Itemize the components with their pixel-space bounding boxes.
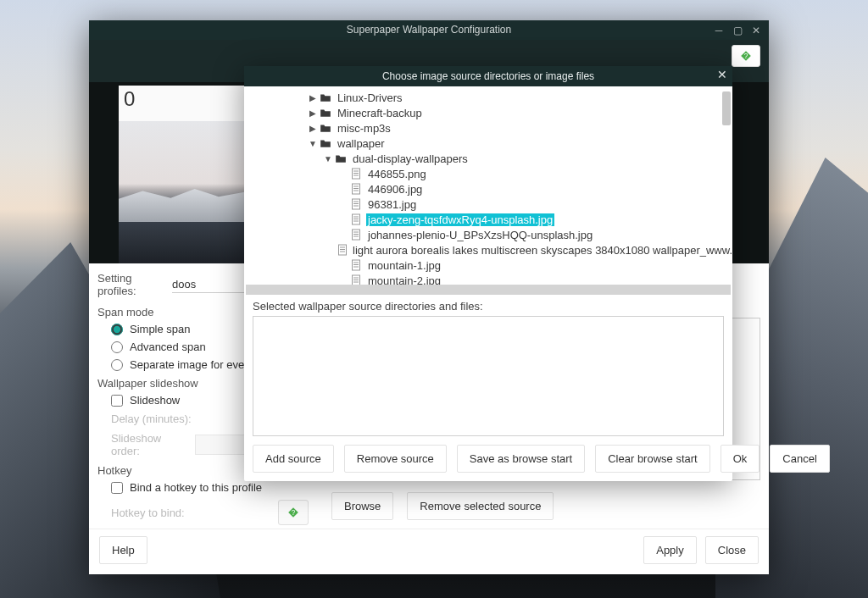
tree-row[interactable]: ▶misc-mp3s bbox=[244, 120, 732, 136]
tree-item-name: mountain-1.jpg bbox=[366, 259, 442, 272]
profiles-label: Setting profiles: bbox=[97, 272, 172, 297]
tree-item-name: mountain-2.jpg bbox=[366, 274, 442, 285]
tree-item-name: light aurora borealis lakes multiscreen … bbox=[351, 244, 732, 257]
hotkey-checkbox[interactable]: Bind a hotkey to this profile bbox=[97, 479, 314, 496]
span-separate-radio-input[interactable] bbox=[111, 359, 123, 371]
footer-bar: Help Apply Close bbox=[89, 529, 769, 574]
span-advanced-radio-input[interactable] bbox=[111, 341, 123, 353]
file-icon bbox=[349, 229, 363, 241]
tree-item-name: dual-display-wallpapers bbox=[351, 152, 470, 165]
folder-icon bbox=[319, 91, 332, 103]
tree-row[interactable]: jacky-zeng-tqsfdwxRyq4-unsplash.jpg bbox=[244, 212, 732, 227]
tree-row[interactable]: ▶Linux-Drivers bbox=[244, 90, 732, 105]
tree-item-name: Linux-Drivers bbox=[336, 91, 404, 104]
file-icon bbox=[349, 198, 363, 210]
browse-button[interactable]: Browse bbox=[331, 492, 393, 520]
help-button[interactable]: Help bbox=[99, 536, 147, 564]
folder-icon bbox=[319, 122, 332, 134]
svg-text:?: ? bbox=[744, 52, 748, 59]
tree-row[interactable]: 446906.jpg bbox=[244, 181, 732, 197]
ok-button[interactable]: Ok bbox=[721, 445, 760, 473]
tree-row[interactable]: mountain-1.jpg bbox=[244, 257, 732, 273]
chevron-right-icon[interactable]: ▶ bbox=[307, 108, 319, 118]
slideshow-order-label: Slideshow order: bbox=[111, 432, 188, 457]
tree-row[interactable]: johannes-plenio-U_BPsXzsHQQ-unsplash.jpg bbox=[244, 227, 732, 242]
close-window-button[interactable]: ✕ bbox=[747, 20, 765, 41]
clear-browse-start-button[interactable]: Clear browse start bbox=[595, 445, 709, 473]
help-icon-button[interactable]: ? bbox=[732, 45, 760, 67]
tree-row[interactable]: ▼wallpaper bbox=[244, 136, 732, 151]
svg-text:?: ? bbox=[291, 509, 295, 517]
question-diamond-icon: ? bbox=[287, 507, 299, 518]
file-icon bbox=[337, 244, 348, 256]
window-buttons: ─ ▢ ✕ bbox=[709, 20, 765, 41]
dialog-title: Choose image source directories or image… bbox=[382, 70, 594, 82]
window-title: Superpaper Wallpaper Configuration bbox=[347, 24, 511, 36]
tree-item-name: wallpaper bbox=[336, 137, 387, 150]
file-icon bbox=[349, 168, 363, 180]
chevron-right-icon[interactable]: ▶ bbox=[307, 124, 319, 133]
slideshow-checkbox-input[interactable] bbox=[111, 395, 123, 407]
folder-icon bbox=[319, 107, 332, 119]
remove-source-button[interactable]: Remove source bbox=[344, 445, 447, 473]
tree-item-name: 446855.png bbox=[366, 168, 428, 180]
slideshow-checkbox-label: Slideshow bbox=[130, 394, 180, 407]
span-simple-label: Simple span bbox=[130, 323, 191, 335]
hotkey-bind-label: Hotkey to bind: bbox=[111, 507, 185, 519]
file-icon bbox=[349, 259, 363, 271]
folder-icon bbox=[319, 137, 332, 149]
file-icon bbox=[349, 274, 363, 285]
chevron-down-icon[interactable]: ▼ bbox=[322, 154, 334, 163]
tree-row[interactable]: light aurora borealis lakes multiscreen … bbox=[244, 242, 732, 257]
file-tree[interactable]: ▶Linux-Drivers▶Minecraft-backup▶misc-mp3… bbox=[244, 86, 732, 285]
tree-item-name: 446906.jpg bbox=[366, 183, 424, 196]
choose-image-dialog: Choose image source directories or image… bbox=[244, 66, 732, 481]
hotkey-checkbox-label: Bind a hotkey to this profile bbox=[130, 481, 262, 494]
dialog-titlebar: Choose image source directories or image… bbox=[244, 66, 732, 86]
hotkey-checkbox-input[interactable] bbox=[111, 482, 123, 494]
tree-item-name: jacky-zeng-tqsfdwxRyq4-unsplash.jpg bbox=[366, 213, 554, 226]
tree-item-name: johannes-plenio-U_BPsXzsHQQ-unsplash.jpg bbox=[366, 229, 594, 241]
maximize-button[interactable]: ▢ bbox=[728, 20, 747, 41]
save-browse-start-button[interactable]: Save as browse start bbox=[457, 445, 585, 473]
dialog-close-button[interactable]: ✕ bbox=[717, 68, 727, 81]
cancel-button[interactable]: Cancel bbox=[770, 445, 829, 473]
tree-item-name: 96381.jpg bbox=[366, 198, 418, 211]
chevron-down-icon[interactable]: ▼ bbox=[307, 139, 319, 148]
titlebar: Superpaper Wallpaper Configuration ─ ▢ ✕ bbox=[89, 20, 769, 40]
folder-icon bbox=[334, 152, 348, 164]
file-icon bbox=[349, 183, 363, 195]
tree-row[interactable]: ▼dual-display-wallpapers bbox=[244, 151, 732, 166]
tree-row[interactable]: 96381.jpg bbox=[244, 197, 732, 212]
selected-sources-list[interactable] bbox=[253, 316, 724, 436]
tree-scrollbar-thumb[interactable] bbox=[722, 91, 731, 125]
hotkey-help-button[interactable]: ? bbox=[278, 500, 309, 525]
file-icon bbox=[349, 213, 363, 225]
add-source-button[interactable]: Add source bbox=[253, 445, 334, 473]
span-simple-radio-input[interactable] bbox=[111, 324, 123, 335]
selected-sources-label: Selected wallpaper source directories an… bbox=[244, 295, 732, 316]
tree-row[interactable]: 446855.png bbox=[244, 166, 732, 181]
tree-horizontal-scrollbar[interactable] bbox=[246, 285, 731, 295]
dialog-button-row: Add source Remove source Save as browse … bbox=[244, 436, 732, 481]
tree-row[interactable]: mountain-2.jpg bbox=[244, 273, 732, 285]
minimize-button[interactable]: ─ bbox=[709, 20, 728, 41]
tree-item-name: misc-mp3s bbox=[336, 122, 392, 135]
question-diamond-icon: ? bbox=[740, 50, 752, 62]
span-advanced-label: Advanced span bbox=[130, 341, 206, 353]
tree-row[interactable]: ▶Minecraft-backup bbox=[244, 105, 732, 120]
remove-selected-source-button[interactable]: Remove selected source bbox=[407, 492, 554, 520]
apply-button[interactable]: Apply bbox=[643, 536, 697, 564]
chevron-right-icon[interactable]: ▶ bbox=[307, 93, 319, 102]
monitor-index-label: 0 bbox=[124, 87, 135, 111]
tree-item-name: Minecraft-backup bbox=[336, 107, 424, 119]
close-button[interactable]: Close bbox=[705, 536, 759, 564]
